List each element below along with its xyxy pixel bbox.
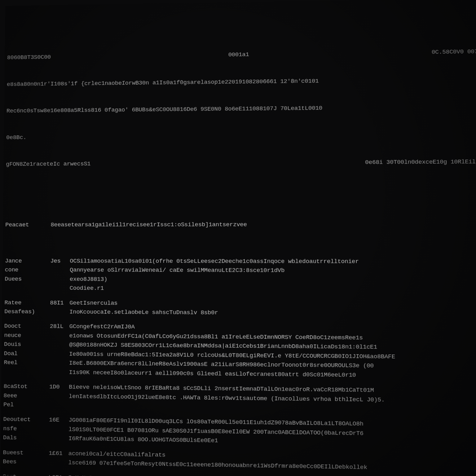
row-number bbox=[50, 350, 69, 350]
table-row: Coodiee.r1 bbox=[5, 284, 476, 294]
row-number: LGE1 bbox=[49, 473, 68, 476]
row-body: aconei0cal/eitcC0aalifalrats bbox=[68, 449, 165, 460]
title-body: 8eeasetearsa1ga1lei1l1recisee1rIssc1:oSs… bbox=[51, 220, 247, 230]
hdr-top-left: 8060B8T3S0C00 bbox=[7, 53, 51, 62]
row-label: Bueest bbox=[3, 448, 49, 458]
row-label: 8ert bbox=[2, 472, 48, 476]
hdr-line5-right: 0e68i 30T00ln0dexceE10g 10RlEilt bbox=[365, 157, 476, 167]
row-body: OCSil1amoosatiaL10sa0i01(ofrhe 0tsSeLLee… bbox=[70, 257, 359, 266]
header-block: 8060B8T3S0C00 0001a1 0C.58C0V0 007 e8s8a… bbox=[6, 29, 476, 187]
hdr-line2: e8s8a80n0n1r'I108s'1f {crlec1naobeIorwB3… bbox=[7, 76, 410, 89]
row-label: neuce bbox=[4, 331, 50, 340]
title-label: Peacaet bbox=[5, 221, 51, 230]
row-number: 28lL bbox=[50, 322, 69, 332]
hdr-top-center: 0001a1 bbox=[228, 50, 249, 60]
hdr-line5-left: gFON8Ze1raceteIc arwecsS1 bbox=[6, 160, 90, 169]
title-row: Peacaet 8eeasetearsa1ga1lei1l1recisee1rI… bbox=[5, 220, 476, 230]
row-body: GeetIsnerculas bbox=[69, 298, 117, 308]
row-label: Dals bbox=[3, 433, 49, 443]
table-row: coneQannyearse oSlrravialWeneai/ caEe sw… bbox=[5, 266, 476, 276]
row-body: InoKcouocaIe.setlaobeLe sahscTuDnaslv 8s… bbox=[69, 308, 218, 318]
row-number: 16E bbox=[49, 416, 69, 425]
row-number bbox=[49, 401, 69, 401]
row-label: 8eee bbox=[3, 391, 49, 401]
row-number: Jes bbox=[50, 257, 70, 266]
row-continuation: Coodiee.r1 bbox=[70, 284, 104, 293]
row-label: Douis bbox=[4, 340, 50, 349]
row-body: Qannyearse oSlrravialWeneai/ caEe swilMM… bbox=[70, 266, 284, 275]
hdr-top-right: 0C.58C0V0 007 bbox=[432, 47, 476, 57]
row-number: 1£61 bbox=[49, 449, 68, 458]
row-label: Pel bbox=[3, 400, 49, 410]
row-label: Dooct bbox=[4, 322, 50, 331]
row-label: Duees bbox=[5, 275, 50, 284]
table-row: JanceJesOCSil1amoosatiaL10sa0i01(ofrhe 0… bbox=[5, 257, 476, 267]
row-body: GCongefestC2rAmIJ0A bbox=[69, 322, 135, 332]
row-label: 8caStot bbox=[4, 382, 50, 392]
row-body: exeo8J8813) bbox=[70, 275, 108, 284]
row-number: 1D0 bbox=[49, 382, 69, 392]
row-number: 88I1 bbox=[50, 298, 69, 308]
hdr-line3: Rec6nc0sTsw8e16e808a5Rlss816 0fagao' 6BU… bbox=[7, 103, 411, 116]
row-label: Deoutect bbox=[3, 415, 49, 425]
row-label: Desafeas) bbox=[4, 307, 50, 317]
row-label: Bees bbox=[3, 457, 49, 467]
row-label: nsfe bbox=[3, 424, 49, 434]
row-label: cone bbox=[5, 266, 50, 275]
row-number bbox=[49, 434, 68, 434]
row-label: Doal bbox=[4, 349, 50, 359]
row-label: Reel bbox=[4, 358, 50, 368]
row-label: Ratee bbox=[4, 298, 50, 307]
data-rows: JanceJesOCSil1amoosatiaL10sa0i01(ofrhe 0… bbox=[1, 257, 476, 476]
hdr-line4: 0e8Bc. bbox=[6, 130, 411, 143]
terminal-screen: 8060B8T3S0C00 0001a1 0C.58C0V0 007 e8s8a… bbox=[0, 0, 476, 476]
row-label: Jance bbox=[5, 257, 51, 266]
row-number bbox=[50, 359, 69, 359]
